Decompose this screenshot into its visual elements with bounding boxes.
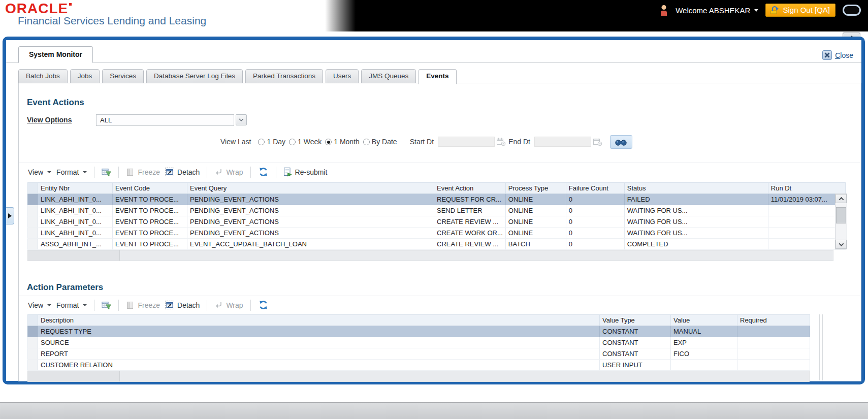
cell[interactable]: COMPLETED xyxy=(624,239,768,250)
cell[interactable]: EVENT TO PROCE... xyxy=(113,228,187,239)
query-by-example-button[interactable] xyxy=(99,167,114,178)
table-row[interactable]: CUSTOMER RELATIONUSER INPUT xyxy=(28,360,810,371)
row-selector[interactable] xyxy=(28,228,38,239)
column-header-event-action[interactable]: Event Action xyxy=(434,183,506,194)
cell[interactable]: CREATE REVIEW ... xyxy=(434,216,506,228)
cell[interactable] xyxy=(768,205,845,216)
column-header-event-query[interactable]: Event Query xyxy=(187,183,434,194)
cell[interactable] xyxy=(768,239,845,250)
cell[interactable]: CREATE WORK OR... xyxy=(434,228,506,239)
cell[interactable]: ONLINE xyxy=(505,216,566,228)
cell[interactable]: SOURCE xyxy=(38,337,600,348)
row-selector[interactable] xyxy=(28,239,38,250)
resubmit-button[interactable]: Re-submit xyxy=(281,166,330,178)
cell[interactable] xyxy=(737,360,810,371)
row-selector[interactable] xyxy=(28,337,38,348)
cell[interactable]: WAITING FOR US... xyxy=(624,228,768,239)
table-row[interactable]: LINK_ABHI_INT_0...EVENT TO PROCE...PENDI… xyxy=(28,228,846,239)
cell[interactable] xyxy=(671,360,737,371)
detach-button[interactable]: Detach xyxy=(163,300,202,310)
radio-1-month[interactable]: 1 Month xyxy=(325,138,360,146)
scrollbar-up-button[interactable] xyxy=(835,194,847,203)
row-selector[interactable] xyxy=(28,216,38,228)
column-header-failure-count[interactable]: Failure Count xyxy=(566,183,624,194)
cell[interactable]: USER INPUT xyxy=(600,360,671,371)
table-row[interactable]: SOURCECONSTANTEXP xyxy=(28,337,810,348)
cell[interactable]: EXP xyxy=(671,337,737,348)
detach-button[interactable]: Detach xyxy=(163,167,202,177)
tab-users[interactable]: Users xyxy=(326,69,359,83)
cell[interactable]: EVENT TO PROCE... xyxy=(113,194,187,205)
close-button[interactable]: Close xyxy=(822,50,853,60)
row-selector[interactable] xyxy=(28,326,38,337)
cell[interactable] xyxy=(737,326,810,337)
cell[interactable] xyxy=(737,337,810,348)
cell[interactable]: LINK_ABHI_INT_0... xyxy=(38,216,113,228)
radio-1-week[interactable]: 1 Week xyxy=(289,138,322,146)
cell[interactable]: WAITING FOR US... xyxy=(624,216,768,228)
query-by-example-button[interactable] xyxy=(99,300,114,311)
refresh-button[interactable] xyxy=(255,299,271,311)
cell[interactable]: 0 xyxy=(566,216,624,228)
tab-events[interactable]: Events xyxy=(419,69,456,84)
column-header-required[interactable]: Required xyxy=(737,315,810,326)
cell[interactable]: REQUEST FOR CR... xyxy=(434,194,506,205)
cell[interactable]: 11/01/2019 03:07... xyxy=(768,194,845,205)
column-header-process-type[interactable]: Process Type xyxy=(505,183,566,194)
cell[interactable]: BATCH xyxy=(505,239,566,250)
tab-services[interactable]: Services xyxy=(102,69,144,83)
cell[interactable]: CONSTANT xyxy=(600,326,671,337)
cell[interactable]: REPORT xyxy=(38,348,600,360)
tab-jobs[interactable]: Jobs xyxy=(70,69,100,83)
view-options-select[interactable]: ALL xyxy=(96,114,234,126)
cell[interactable]: EVENT TO PROCE... xyxy=(113,205,187,216)
row-selector[interactable] xyxy=(28,348,38,360)
tab-jms-queues[interactable]: JMS Queues xyxy=(361,69,416,83)
cell[interactable]: PENDING_EVENT_ACTIONS xyxy=(187,228,434,239)
refresh-button[interactable] xyxy=(255,166,271,178)
system-monitor-tab[interactable]: System Monitor xyxy=(18,46,93,63)
cell[interactable] xyxy=(768,216,845,228)
cell[interactable]: SEND LETTER xyxy=(434,205,506,216)
column-header-event-code[interactable]: Event Code xyxy=(113,183,187,194)
cell[interactable]: CONSTANT xyxy=(600,348,671,360)
cell[interactable]: EVENT TO PROCE... xyxy=(113,239,187,250)
column-header-status[interactable]: Status xyxy=(624,183,768,194)
cell[interactable]: CONSTANT xyxy=(600,337,671,348)
table-row[interactable]: ASSO_ABHI_INT_...EVENT TO PROCE...EVENT_… xyxy=(28,239,846,250)
cell[interactable]: CUSTOMER RELATION xyxy=(38,360,600,371)
view-menu-button[interactable]: View xyxy=(25,167,54,177)
cell[interactable]: 0 xyxy=(566,239,624,250)
table-row[interactable]: LINK_ABHI_INT_0...EVENT TO PROCE...PENDI… xyxy=(28,205,846,216)
cell[interactable]: WAITING FOR US... xyxy=(624,205,768,216)
cell[interactable]: LINK_ABHI_INT_0... xyxy=(38,228,113,239)
cell[interactable]: CREATE REVIEW ... xyxy=(434,239,506,250)
tab-batch-jobs[interactable]: Batch Jobs xyxy=(18,69,68,83)
format-menu-button[interactable]: Format xyxy=(54,300,89,310)
table-row[interactable]: REQUEST TYPECONSTANTMANUAL xyxy=(28,326,810,337)
tab-parked-transactions[interactable]: Parked Transactions xyxy=(245,69,323,83)
column-header-run-dt[interactable]: Run Dt xyxy=(768,183,845,194)
cell[interactable]: 0 xyxy=(566,194,624,205)
cell[interactable]: ONLINE xyxy=(505,194,566,205)
cell[interactable]: REQUEST TYPE xyxy=(38,326,600,337)
row-selector[interactable] xyxy=(28,360,38,371)
table-row[interactable]: LINK_ABHI_INT_0...EVENT TO PROCE...PENDI… xyxy=(28,194,846,205)
search-binoculars-button[interactable] xyxy=(610,135,632,149)
table-row[interactable]: REPORTCONSTANTFICO xyxy=(28,348,810,360)
table-row[interactable]: LINK_ABHI_INT_0...EVENT TO PROCE...PENDI… xyxy=(28,216,846,228)
cell[interactable]: MANUAL xyxy=(671,326,737,337)
cell[interactable]: LINK_ABHI_INT_0... xyxy=(38,205,113,216)
column-header-value-type[interactable]: Value Type xyxy=(600,315,671,326)
cell[interactable]: 0 xyxy=(566,205,624,216)
radio-by-date[interactable]: By Date xyxy=(363,138,397,146)
expand-sidebar-button[interactable] xyxy=(6,207,14,224)
cell[interactable]: ONLINE xyxy=(505,205,566,216)
column-header-entity-nbr[interactable]: Entity Nbr xyxy=(38,183,113,194)
cell[interactable]: ASSO_ABHI_INT_... xyxy=(38,239,113,250)
cell[interactable]: PENDING_EVENT_ACTIONS xyxy=(187,216,434,228)
view-menu-button[interactable]: View xyxy=(25,300,54,310)
cell[interactable]: FAILED xyxy=(624,194,768,205)
cell[interactable]: LINK_ABHI_INT_0... xyxy=(38,194,113,205)
combobox-dropdown-button[interactable] xyxy=(236,114,247,125)
